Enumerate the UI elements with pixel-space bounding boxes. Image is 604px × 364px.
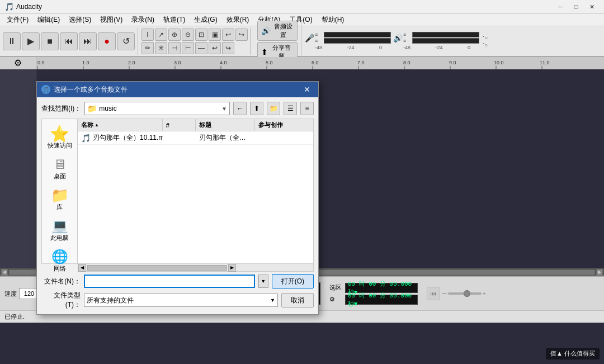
filename-dropdown-arrow[interactable]: ▼ [258,275,268,288]
dialog-body: 查找范围(I)： 📁 music ▼ ← ⬆ 📁 ☰ ≡ [37,97,318,314]
nav-more-button[interactable]: ≡ [300,102,314,115]
filename-label: 文件名(N)： [41,277,81,286]
hscroll-left[interactable]: ◀ [78,264,86,272]
col-hash[interactable]: # [163,119,196,131]
sidebar-this-pc[interactable]: 💻 此电脑 [44,216,76,244]
hscroll-thumb[interactable] [87,265,227,271]
cancel-button[interactable]: 取消 [281,293,314,308]
desktop-icon: 🖥 [51,157,69,172]
dialog-main: ⭐ 快速访问 🖥 桌面 📁 库 💻 此电脑 [41,119,314,264]
filetype-value: 所有支持的文件 [87,296,134,305]
dialog-hscroll: ◀ ▶ [78,264,314,272]
sidebar-network[interactable]: 🌐 网络 [44,247,76,275]
dialog-close-button[interactable]: ✕ [300,83,314,96]
filetype-combo[interactable]: 所有支持的文件 ▼ [84,294,278,307]
dialog-title-text: 选择一个或多个音频文件 [54,85,300,94]
filetype-arrow: ▼ [270,297,275,303]
folder-combo-arrow: ▼ [221,106,227,112]
library-label: 库 [56,203,63,211]
folder-name: music [99,105,221,112]
desktop-label: 桌面 [54,172,66,181]
filename-input[interactable] [84,275,255,288]
lookup-row: 查找范围(I)： 📁 music ▼ ← ⬆ 📁 ☰ ≡ [41,102,314,115]
col-artist[interactable]: 参与创作 [255,119,314,131]
quick-access-icon: ⭐ [51,126,69,141]
this-pc-icon: 💻 [51,218,69,234]
quick-access-label: 快速访问 [48,141,72,150]
dialog-titlebar: 🎵 选择一个或多个音频文件 ✕ [37,82,318,97]
sidebar-desktop[interactable]: 🖥 桌面 [44,154,76,183]
col-sort-icon: ▲ [95,122,99,127]
nav-view-button[interactable]: ☰ [284,102,297,115]
col-name[interactable]: 名称 ▲ [78,119,163,131]
file-list: 名称 ▲ # 标题 参与创作 [78,119,314,264]
music-file-icon: 🎵 [81,134,91,143]
file-icon-name: 🎵 刃勾那年（全）10.11.mp3 [78,133,163,143]
open-button[interactable]: 打开(O) [272,274,314,289]
sidebar-quick-access[interactable]: ⭐ 快速访问 [44,124,76,152]
file-dialog: 🎵 选择一个或多个音频文件 ✕ 查找范围(I)： 📁 music ▼ ← ⬆ [36,81,319,315]
file-row-0[interactable]: 🎵 刃勾那年（全）10.11.mp3 刃勾那年（全）10.11 [78,131,313,145]
file-name: 刃勾那年（全）10.11.mp3 [93,133,163,143]
nav-back-button[interactable]: ← [233,102,247,115]
folder-combo[interactable]: 📁 music ▼ [84,102,230,115]
network-icon: 🌐 [51,249,69,264]
sidebar-library[interactable]: 📁 库 [44,185,76,214]
file-list-header: 名称 ▲ # 标题 参与创作 [78,119,313,131]
library-icon: 📁 [51,187,69,203]
this-pc-label: 此电脑 [50,234,69,242]
filetype-label: 文件类型(T)： [41,291,81,310]
file-list-container: 名称 ▲ # 标题 参与创作 [78,119,314,264]
dialog-sidebar: ⭐ 快速访问 🖥 桌面 📁 库 💻 此电脑 [41,119,78,264]
hscroll-right[interactable]: ▶ [228,264,236,272]
dialog-title-icon: 🎵 [41,85,50,94]
nav-up-button[interactable]: ⬆ [250,102,263,115]
folder-icon: 📁 [87,104,97,113]
col-tag[interactable]: 标题 [196,119,255,131]
dialog-overlay: 🎵 选择一个或多个音频文件 ✕ 查找范围(I)： 📁 music ▼ ← ⬆ [0,0,604,364]
network-label: 网络 [54,264,66,273]
filetype-row: 文件类型(T)： 所有支持的文件 ▼ 取消 [41,291,314,310]
nav-new-folder-button[interactable]: 📁 [267,102,280,115]
filename-row: 文件名(N)： ▼ 打开(O) [41,274,314,289]
file-tag: 刃勾那年（全）10.11 [196,133,254,143]
lookup-label: 查找范围(I)： [41,104,81,114]
